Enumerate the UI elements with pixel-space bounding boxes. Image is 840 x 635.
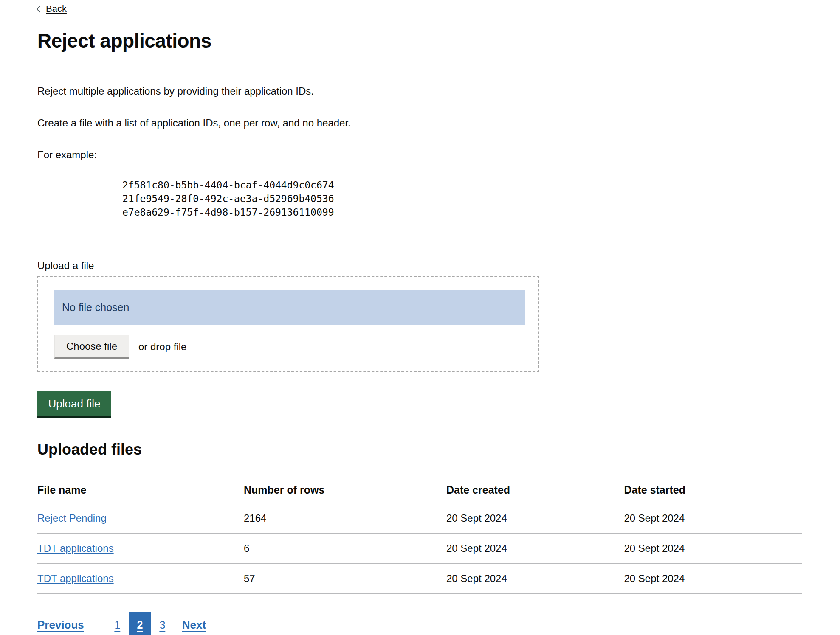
date-created-cell: 20 Sept 2024 — [446, 564, 624, 594]
num-rows-cell: 57 — [244, 564, 446, 594]
table-row: Reject Pending 2164 20 Sept 2024 20 Sept… — [37, 503, 802, 534]
date-started-cell: 20 Sept 2024 — [624, 564, 802, 594]
pagination-previous-link[interactable]: Previous — [37, 618, 84, 632]
file-link-reject-pending[interactable]: Reject Pending — [37, 512, 107, 524]
file-status-bar: No file chosen — [54, 290, 525, 325]
example-ids-block: 2f581c80-b5bb-4404-bcaf-4044d9c0c67421fe… — [122, 178, 840, 219]
num-rows-cell: 6 — [244, 534, 446, 564]
date-created-cell: 20 Sept 2024 — [446, 534, 624, 564]
intro-paragraph-2: Create a file with a list of application… — [37, 117, 840, 129]
back-link-label: Back — [46, 3, 67, 14]
num-rows-cell: 2164 — [244, 503, 446, 534]
example-id-line: e7e8a629-f75f-4d98-b157-269136110099 — [122, 205, 840, 219]
uploaded-files-heading: Uploaded files — [37, 441, 840, 458]
choose-file-row: Choose file or drop file — [54, 335, 521, 359]
example-id-line: 2f581c80-b5bb-4404-bcaf-4044d9c0c674 — [122, 178, 840, 192]
table-header-row: File name Number of rows Date created Da… — [37, 484, 802, 503]
upload-file-label: Upload a file — [37, 260, 840, 272]
example-id-line: 21fe9549-28f0-492c-ae3a-d52969b40536 — [122, 192, 840, 205]
back-link[interactable]: Back — [37, 3, 67, 14]
column-header-file-name: File name — [37, 484, 244, 503]
uploaded-files-table: File name Number of rows Date created Da… — [37, 484, 802, 594]
column-header-date-started: Date started — [624, 484, 802, 503]
table-row: TDT applications 6 20 Sept 2024 20 Sept … — [37, 534, 802, 564]
file-link-tdt-applications-2[interactable]: TDT applications — [37, 573, 114, 584]
upload-file-button[interactable]: Upload file — [37, 391, 111, 416]
date-started-cell: 20 Sept 2024 — [624, 503, 802, 534]
file-dropzone[interactable]: No file chosen Choose file or drop file — [37, 276, 539, 372]
pagination-page-1[interactable]: 1 — [106, 612, 129, 635]
page-title: Reject applications — [37, 30, 840, 52]
pagination-next-link[interactable]: Next — [182, 618, 206, 632]
column-header-number-of-rows: Number of rows — [244, 484, 446, 503]
file-link-tdt-applications-1[interactable]: TDT applications — [37, 542, 114, 554]
column-header-date-created: Date created — [446, 484, 624, 503]
reject-applications-page: Back Reject applications Reject multiple… — [0, 0, 840, 635]
drop-file-hint: or drop file — [138, 341, 186, 353]
date-started-cell: 20 Sept 2024 — [624, 534, 802, 564]
table-row: TDT applications 57 20 Sept 2024 20 Sept… — [37, 564, 802, 594]
choose-file-button[interactable]: Choose file — [54, 335, 129, 359]
pagination: Previous 1 2 3 Next — [37, 612, 840, 635]
back-chevron-icon — [37, 6, 43, 13]
pagination-page-3[interactable]: 3 — [151, 612, 174, 635]
pagination-page-2-current[interactable]: 2 — [129, 612, 151, 635]
date-created-cell: 20 Sept 2024 — [446, 503, 624, 534]
intro-paragraph-1: Reject multiple applications by providin… — [37, 85, 840, 98]
intro-paragraph-3: For example: — [37, 149, 840, 161]
